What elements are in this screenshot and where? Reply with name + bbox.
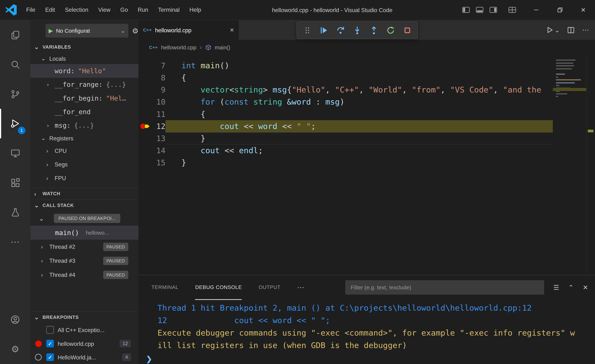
editor-scrollbar[interactable] [586,55,595,275]
toggle-sidebar-icon[interactable] [462,7,470,13]
locals-group[interactable]: ⌄ Locals [30,53,138,64]
activity-extensions[interactable] [0,168,30,198]
code-text[interactable]: cout << word << " "; [165,120,553,132]
code-text[interactable]: } [165,132,553,144]
code-line-8[interactable]: 8{ [138,72,553,84]
thread-row-3[interactable]: › Thread #3 PAUSED [30,254,138,268]
code-line-11[interactable]: 11 { [138,108,553,120]
variable-row-msg[interactable]: › msg: {...} [30,119,138,132]
run-or-debug-button[interactable]: ⌄ [546,26,560,34]
restart-button[interactable] [382,22,398,38]
menu-help[interactable]: Help [184,0,206,20]
line-number[interactable]: 14 [152,144,165,157]
maximize-panel-icon[interactable]: ⌃ [568,283,574,291]
line-number[interactable]: 7 [152,59,165,72]
current-breakpoint-arrow-icon[interactable] [138,120,152,132]
debug-settings-gear-icon[interactable]: ⚙ [132,27,138,35]
menu-edit[interactable]: Edit [40,0,60,20]
activity-source-control[interactable] [0,79,30,109]
code-text[interactable]: { [165,72,553,84]
variable-row-for-begin[interactable]: __for_begin: "Hel… [30,91,138,105]
activity-more[interactable]: ⋯ [0,227,30,257]
code-text[interactable]: { [165,108,553,120]
tab-debug-console[interactable]: DEBUG CONSOLE [195,275,242,300]
breadcrumb-file[interactable]: helloworld.cpp [161,44,197,50]
call-stack-section-header[interactable]: ⌄ CALL STACK [30,199,138,211]
code-line-13[interactable]: 13 } [138,132,553,144]
code-line-14[interactable]: 14 cout << endl; [138,144,553,157]
close-tab-icon[interactable]: ✕ [230,27,234,33]
toolbar-drag-grip[interactable] [299,22,315,38]
console-filter-input[interactable] [350,284,540,291]
exception-checkbox[interactable] [46,326,54,334]
register-row-fpu[interactable]: › FPU [30,171,138,185]
activity-remote-explorer[interactable] [0,138,30,168]
step-out-button[interactable] [366,22,382,38]
close-window-button[interactable]: ✕ [572,0,595,20]
line-number[interactable]: 11 [152,108,165,120]
console-input-row[interactable]: ❯ [138,353,595,364]
thread-row-4[interactable]: › Thread #4 PAUSED [30,268,138,282]
gutter-glyph-margin[interactable] [138,157,152,169]
watch-section-header[interactable]: › WATCH [30,188,138,199]
variable-row-for-end[interactable]: __for_end [30,105,138,118]
code-text[interactable]: cout << endl; [165,144,553,157]
code-line-7[interactable]: 7int main() [138,59,553,72]
thread-row-2[interactable]: › Thread #2 PAUSED [30,240,138,254]
line-number[interactable]: 15 [152,157,165,169]
variables-section-header[interactable]: ⌄ VARIABLES [30,41,138,53]
gutter-glyph-margin[interactable] [138,72,152,84]
debug-config-dropdown[interactable]: ▶ No Configurat ⌄ [46,24,128,37]
line-number[interactable]: 9 [152,84,165,96]
breakpoint-checkbox[interactable] [46,353,54,361]
code-line-12[interactable]: 12 cout << word << " "; [138,120,553,132]
start-debug-icon[interactable]: ▶ [49,27,53,34]
gutter-glyph-margin[interactable] [138,108,152,120]
activity-testing[interactable] [0,198,30,227]
editor-more-actions-button[interactable]: ⋯ [582,26,589,34]
step-over-button[interactable] [332,22,348,38]
gutter-glyph-margin[interactable] [138,144,152,157]
panel-more-tabs-icon[interactable]: ⋯ [297,283,304,292]
stack-frame-main[interactable]: main() hellowo... [30,226,138,240]
activity-settings[interactable]: ⚙ [0,335,30,364]
register-row-cpu[interactable]: › CPU [30,144,138,157]
code-text[interactable]: for (const string &word : msg) [165,96,553,108]
tab-helloworld-cpp[interactable]: C++ helloworld.cpp ✕ [138,20,239,40]
toggle-secondary-sidebar-icon[interactable] [489,7,497,13]
breakpoints-section-header[interactable]: ⌄ BREAKPOINTS [30,311,138,323]
menu-run[interactable]: Run [133,0,153,20]
tab-terminal[interactable]: TERMINAL [151,275,178,300]
menu-view[interactable]: View [93,0,115,20]
breakpoint-row-exceptions[interactable]: All C++ Exceptio... [30,323,138,337]
gutter-glyph-margin[interactable] [138,96,152,108]
restore-button[interactable] [548,0,572,20]
code-text[interactable]: } [165,157,553,169]
line-number[interactable]: 13 [152,132,165,144]
breakpoint-row-helloworld-cpp[interactable]: helloworld.cpp 12 [30,337,138,350]
code-text[interactable]: int main() [165,59,553,72]
continue-button[interactable] [316,22,332,38]
code-line-15[interactable]: 15} [138,157,553,169]
minimize-button[interactable]: ─ [524,0,548,20]
code-line-10[interactable]: 10 for (const string &word : msg) [138,96,553,108]
line-number[interactable]: 8 [152,72,165,84]
variable-row-word[interactable]: word: "Hello" [30,64,138,78]
split-editor-button[interactable] [567,27,574,34]
menu-selection[interactable]: Selection [60,0,93,20]
tab-output[interactable]: OUTPUT [259,275,281,300]
call-stack-status-row[interactable]: ⌄ PAUSED ON BREAKPOI... [30,211,138,226]
gutter-glyph-margin[interactable] [138,84,152,96]
code-text[interactable]: vector<string> msg{"Hello", "C++", "Worl… [165,84,553,96]
activity-accounts[interactable] [0,305,30,335]
line-number[interactable]: 10 [152,96,165,108]
variable-row-for-range[interactable]: › __for_range: {...} [30,78,138,91]
line-number[interactable]: 12 [152,120,165,132]
registers-group[interactable]: ⌄ Registers [30,132,138,144]
menu-file[interactable]: File [21,0,40,20]
breakpoint-row-helloworld-java[interactable]: HelloWorld.ja... 4 [30,350,138,364]
step-into-button[interactable] [349,22,365,38]
filter-lines-icon[interactable]: ☰ [553,283,559,291]
activity-run-debug[interactable]: 1 [0,109,30,138]
breadcrumb-symbol[interactable]: main() [215,44,230,50]
